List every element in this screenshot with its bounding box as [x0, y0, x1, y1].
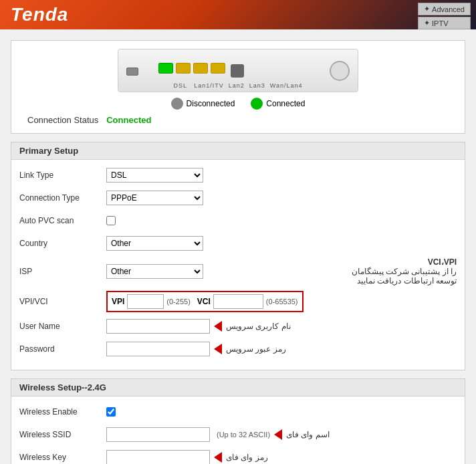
country-label: Country: [19, 239, 106, 248]
vpi-input[interactable]: [127, 294, 164, 309]
vci-hint: (0-65535): [266, 298, 298, 306]
iptv-btn[interactable]: ✦ IPTV: [418, 17, 471, 29]
vpi-vci-control: VPI (0-255) VCI (0-65535): [106, 291, 457, 312]
primary-setup-section: Primary Setup Link Type DSL Connection T…: [11, 142, 465, 370]
vpi-annotation-line1: VCI،VPI: [352, 257, 457, 267]
port-wan-lan4: [211, 63, 225, 74]
wireless-setup-title: Wireless Setup--2.4G: [11, 379, 465, 396]
auto-pvc-checkbox[interactable]: [106, 216, 116, 225]
router-image: DSL Lan1/ITV Lan2 Lan3 Wan/Lan4: [22, 49, 454, 92]
isp-row: ISP Other VCI،VPI را از پشتیبانی شرکت پی…: [19, 257, 457, 285]
header-buttons: ✦ Advanced ✦ IPTV: [418, 3, 471, 29]
vci-label: VCI: [197, 297, 211, 306]
username-label: User Name: [19, 322, 106, 331]
connection-status-label: Connection Status: [27, 115, 98, 125]
vpi-vci-inputs: VPI (0-255) VCI (0-65535): [106, 291, 304, 312]
vpi-vci-label: VPI/VCI: [19, 297, 106, 306]
vpi-label: VPI: [112, 297, 124, 306]
auto-pvc-row: Auto PVC scan: [19, 212, 457, 229]
wireless-ssid-row: Wireless SSID (Up to 32 ASCII) اسم وای ف…: [19, 426, 457, 443]
link-type-control: DSL: [106, 168, 457, 183]
isp-select[interactable]: Other: [106, 264, 203, 279]
port-lan3: [193, 63, 208, 74]
password-row: Password رمز عبور سرویس: [19, 340, 457, 358]
vpi-annotation-line2: را از پشتیبانی شرکت پیشگامان: [352, 267, 457, 276]
vpi-annotation-line3: توسعه ارتباطات دریافت نمایید: [352, 276, 457, 285]
password-control: رمز عبور سرویس: [106, 342, 457, 356]
isp-control: Other: [106, 264, 341, 279]
ssid-annotation: اسم وای فای: [274, 429, 330, 440]
header: Tenda ✦ Advanced ✦ IPTV: [0, 0, 476, 29]
router-box: DSL Lan1/ITV Lan2 Lan3 Wan/Lan4: [118, 49, 358, 92]
ssid-farsi-label: اسم وای فای: [286, 430, 330, 439]
wireless-enable-control: [106, 407, 457, 417]
wireless-enable-label: Wireless Enable: [19, 407, 106, 417]
port-lan2: [176, 63, 191, 74]
vpi-vci-annotation: VCI،VPI را از پشتیبانی شرکت پیشگامان توس…: [352, 257, 457, 285]
username-row: User Name نام کاربری سرویس: [19, 318, 457, 335]
router-antenna: [330, 61, 350, 81]
dsl-port: [126, 68, 138, 76]
vpi-hint: (0-255): [166, 298, 190, 306]
connected-dot: [251, 98, 263, 110]
connection-type-select[interactable]: PPPoE: [106, 191, 203, 205]
username-control: نام کاربری سرویس: [106, 319, 457, 334]
link-type-label: Link Type: [19, 170, 106, 180]
primary-setup-title: Primary Setup: [11, 142, 465, 160]
link-type-row: Link Type DSL: [19, 166, 457, 184]
disconnected-dot: [171, 98, 183, 110]
iptv-icon: ✦: [424, 19, 430, 27]
password-annotation: رمز عبور سرویس: [214, 344, 286, 354]
username-input[interactable]: [106, 319, 210, 334]
username-farsi-label: نام کاربری سرویس: [226, 322, 291, 331]
connection-type-row: Connection Type PPPoE: [19, 189, 457, 207]
key-annotation: رمز وای فای: [214, 452, 268, 463]
isp-label: ISP: [19, 267, 106, 276]
country-control: Other: [106, 236, 457, 251]
ssid-arrow: [274, 429, 282, 440]
router-ports: [158, 63, 225, 74]
main-content: DSL Lan1/ITV Lan2 Lan3 Wan/Lan4 Disconne…: [0, 29, 476, 464]
port-labels: DSL Lan1/ITV Lan2 Lan3 Wan/Lan4: [174, 82, 303, 89]
connection-type-control: PPPoE: [106, 191, 457, 205]
wireless-setup-body: Wireless Enable Wireless SSID (Up to 32 …: [11, 396, 465, 464]
wireless-enable-checkbox[interactable]: [106, 407, 116, 417]
wireless-enable-row: Wireless Enable: [19, 403, 457, 421]
advanced-icon: ✦: [424, 5, 430, 13]
connection-status-value: Connected: [106, 115, 151, 125]
wireless-ssid-control: (Up to 32 ASCII) اسم وای فای: [106, 427, 457, 442]
country-select[interactable]: Other: [106, 236, 203, 251]
wireless-key-label: Wireless Key: [19, 453, 106, 462]
router-power-btn: [231, 64, 244, 78]
vci-input[interactable]: [213, 294, 263, 309]
key-arrow: [214, 452, 222, 463]
connected-label: Connected: [266, 99, 305, 108]
password-farsi-label: رمز عبور سرویس: [226, 344, 286, 354]
wireless-setup-section: Wireless Setup--2.4G Wireless Enable Wir…: [11, 378, 465, 464]
tenda-logo: Tenda: [11, 4, 68, 25]
legend-connected: Connected: [251, 98, 305, 110]
advanced-btn[interactable]: ✦ Advanced: [418, 3, 471, 15]
username-arrow: [214, 321, 222, 332]
link-type-select[interactable]: DSL: [106, 168, 203, 183]
wireless-key-control: رمز وای فای: [106, 450, 457, 464]
vpi-vci-row: VPI/VCI VPI (0-255) VCI (0-65535): [19, 291, 457, 312]
wireless-ssid-label: Wireless SSID: [19, 430, 106, 439]
key-farsi-label: رمز وای فای: [226, 453, 268, 462]
ssid-hint: (Up to 32 ASCII): [217, 431, 270, 439]
connection-status-row: Connection Status Connected: [22, 115, 454, 125]
wireless-ssid-input[interactable]: [106, 427, 210, 442]
wireless-key-input[interactable]: [106, 450, 210, 464]
wireless-key-row: Wireless Key رمز وای فای: [19, 449, 457, 464]
primary-setup-body: Link Type DSL Connection Type PPPoE: [11, 160, 465, 370]
connection-type-label: Connection Type: [19, 193, 106, 203]
router-section: DSL Lan1/ITV Lan2 Lan3 Wan/Lan4 Disconne…: [11, 40, 465, 134]
password-input[interactable]: [106, 342, 210, 356]
disconnected-label: Disconnected: [187, 99, 235, 108]
country-row: Country Other: [19, 235, 457, 252]
auto-pvc-control: [106, 216, 457, 225]
password-arrow: [214, 344, 222, 354]
legend: Disconnected Connected: [22, 98, 454, 110]
password-label: Password: [19, 344, 106, 354]
username-annotation: نام کاربری سرویس: [214, 321, 291, 332]
